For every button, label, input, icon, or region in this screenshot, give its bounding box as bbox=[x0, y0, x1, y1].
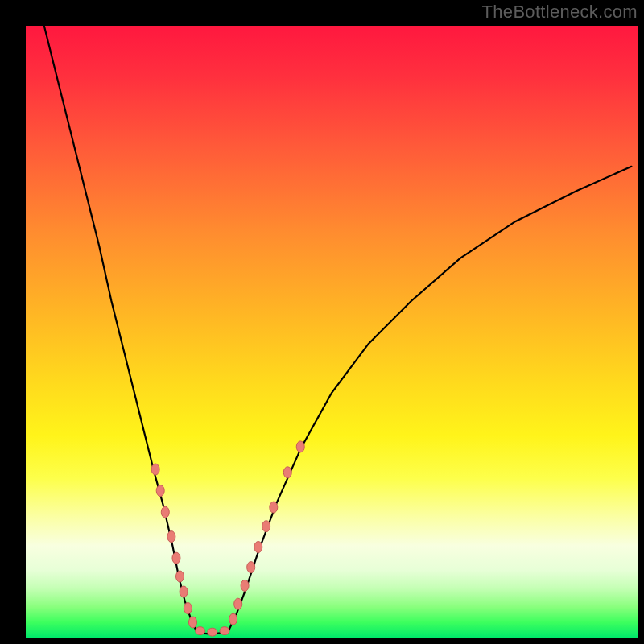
watermark-text: TheBottleneck.com bbox=[482, 2, 638, 23]
data-marker bbox=[296, 441, 304, 452]
data-marker bbox=[270, 502, 278, 513]
chart-frame: TheBottleneck.com bbox=[0, 0, 644, 644]
data-marker bbox=[161, 506, 169, 518]
data-marker bbox=[188, 617, 196, 628]
data-marker bbox=[283, 467, 291, 478]
data-marker bbox=[254, 542, 262, 553]
plot-area bbox=[26, 26, 638, 638]
data-marker bbox=[172, 552, 180, 564]
data-marker bbox=[234, 598, 242, 609]
data-marker bbox=[167, 531, 175, 543]
data-marker bbox=[176, 571, 184, 582]
data-marker bbox=[220, 627, 229, 635]
curve-line bbox=[44, 26, 632, 634]
data-marker bbox=[184, 603, 192, 614]
data-marker bbox=[241, 580, 249, 591]
data-marker bbox=[247, 562, 255, 573]
curve-svg bbox=[26, 26, 638, 638]
data-marker bbox=[208, 628, 217, 636]
data-marker bbox=[151, 464, 159, 475]
data-marker bbox=[196, 627, 205, 635]
marker-group bbox=[151, 441, 304, 636]
data-marker bbox=[229, 613, 237, 625]
data-marker bbox=[156, 485, 164, 497]
data-marker bbox=[180, 586, 188, 597]
data-marker bbox=[262, 521, 270, 532]
